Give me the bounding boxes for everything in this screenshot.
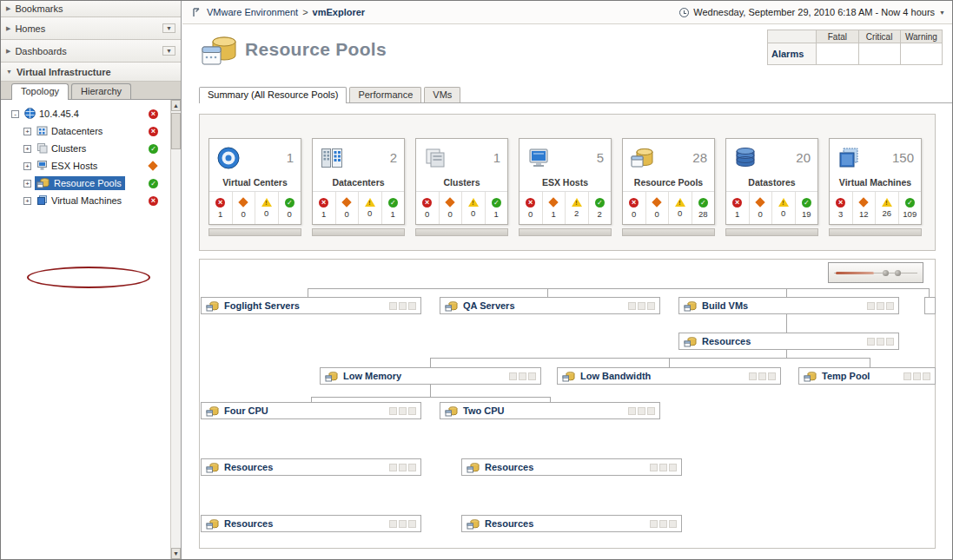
tile-datastores[interactable]: 20 Datastores 1 0 0 19 (725, 138, 818, 225)
sidebar-section-dashboards[interactable]: ▶ Dashboards ▼ (1, 40, 181, 63)
fatal-count-cell[interactable]: 1 (313, 192, 335, 224)
tile-virtual-centers[interactable]: 1 Virtual Centers 1 0 0 0 (208, 138, 301, 225)
tree-item-esx-hosts[interactable]: + ESX Hosts (1, 157, 181, 175)
fatal-count-cell[interactable]: 1 (726, 192, 749, 224)
critical-count-cell[interactable]: 0 (232, 192, 255, 224)
tree-item-clusters[interactable]: + Clusters (1, 140, 181, 157)
critical-count-cell[interactable]: 0 (335, 192, 359, 224)
fatal-count-cell[interactable]: 3 (830, 192, 852, 224)
critical-count-cell[interactable]: 1 (542, 192, 566, 224)
status-placeholder (389, 520, 397, 528)
warning-count-cell[interactable]: 0 (771, 192, 795, 224)
tree-expander-icon[interactable]: + (23, 197, 31, 205)
normal-count-cell[interactable]: 19 (795, 192, 818, 224)
status-placeholder (886, 338, 894, 346)
pool-node-qa-servers[interactable]: QA Servers (440, 297, 660, 314)
tab-summary[interactable]: Summary (All Resource Pools) (199, 87, 347, 103)
chevron-down-icon[interactable]: ▼ (162, 23, 175, 33)
sidebar-scrollbar[interactable]: ▲ ▼ (170, 100, 181, 559)
sidebar-section-bookmarks[interactable]: ▶ Bookmarks (1, 1, 181, 17)
tree-item-resource-pools[interactable]: + Resource Pools (1, 175, 181, 192)
pool-node-temp-pool[interactable]: Temp Pool (798, 367, 936, 385)
fatal-count-cell[interactable]: 1 (209, 192, 232, 224)
tile-resource-pools[interactable]: 28 Resource Pools 0 0 0 28 (622, 138, 715, 225)
x-circle-icon (629, 198, 639, 208)
tree-expander-icon[interactable]: + (23, 145, 31, 153)
status-critical-icon (148, 161, 157, 170)
warning-count-cell[interactable]: 26 (875, 192, 898, 224)
tree-item-virtual-center[interactable]: - 10.4.45.4 (1, 105, 181, 122)
warning-count-cell[interactable]: 0 (461, 192, 485, 224)
tile-label: Resource Pools (623, 177, 714, 191)
scroll-up-arrow[interactable]: ▲ (171, 100, 181, 111)
warning-count-cell[interactable]: 2 (565, 192, 588, 224)
pool-node-build-vms[interactable]: Build VMs (678, 297, 899, 314)
normal-count-cell[interactable]: 28 (692, 192, 715, 224)
tab-hierarchy[interactable]: Hierarchy (71, 83, 131, 99)
tab-performance[interactable]: Performance (349, 87, 421, 102)
pool-node-resources[interactable]: Resources (461, 458, 682, 476)
tree-expander-icon[interactable]: - (11, 110, 19, 118)
warning-count-cell[interactable]: 0 (668, 192, 692, 224)
tile-virtual-machines[interactable]: 150 Virtual Machines 3 12 26 109 (829, 138, 922, 225)
x-circle-icon (422, 198, 432, 208)
main-area: VMware Environment > vmExplorer Wednesda… (182, 1, 953, 559)
pool-node-resources[interactable]: Resources (201, 458, 421, 476)
slider-needle[interactable] (836, 272, 874, 274)
slider-knob[interactable] (883, 270, 889, 276)
pool-node-resources[interactable]: Resources (201, 515, 421, 532)
tile-scroll-strip (519, 228, 612, 236)
pool-node-two-cpu[interactable]: Two CPU (440, 402, 660, 419)
critical-count-cell[interactable]: 0 (749, 192, 772, 224)
warning-count-cell[interactable]: 0 (358, 192, 381, 224)
warning-count-cell[interactable]: 0 (255, 192, 278, 224)
tree-expander-icon[interactable]: + (23, 128, 31, 135)
tab-topology[interactable]: Topology (11, 83, 69, 100)
chevron-right-icon: ▶ (6, 25, 10, 32)
sidebar-section-homes[interactable]: ▶ Homes ▼ (1, 17, 181, 40)
normal-count-cell[interactable]: 0 (278, 192, 301, 224)
normal-count-cell[interactable]: 2 (588, 192, 612, 224)
critical-count-cell[interactable]: 0 (439, 192, 462, 224)
pool-node-four-cpu[interactable]: Four CPU (201, 402, 421, 419)
pool-node-resources[interactable]: Resources (461, 515, 682, 532)
chevron-down-icon[interactable]: ▼ (162, 46, 175, 56)
tab-vms[interactable]: VMs (424, 87, 460, 102)
status-placeholder (628, 407, 636, 415)
slider-knob[interactable] (895, 270, 901, 276)
critical-count-cell[interactable]: 12 (852, 192, 876, 224)
tree-item-virtual-machines[interactable]: + Virtual Machines (1, 192, 181, 209)
normal-count-cell[interactable]: 109 (898, 192, 922, 224)
sidebar-section-label: Virtual Infrastructure (17, 67, 111, 77)
pool-node-clipped[interactable] (924, 297, 936, 314)
status-placeholder (519, 372, 526, 380)
tile-scroll-strip (725, 228, 818, 236)
tree-expander-icon[interactable]: + (23, 180, 31, 188)
x-circle-icon (526, 198, 535, 208)
chevron-right-icon: ▶ (6, 5, 10, 12)
status-placeholder (749, 372, 757, 380)
pool-node-low-memory[interactable]: Low Memory (320, 367, 541, 385)
pool-node-resources[interactable]: Resources (678, 333, 899, 350)
scrollbar-thumb[interactable] (171, 113, 181, 149)
tile-clusters[interactable]: 1 Clusters 0 0 0 1 (415, 138, 508, 225)
fatal-count-cell[interactable]: 0 (416, 192, 439, 224)
tree-expander-icon[interactable]: + (23, 162, 31, 170)
resource-pool-icon (804, 371, 817, 382)
scroll-down-arrow[interactable]: ▼ (171, 548, 181, 559)
pool-node-foglight-servers[interactable]: Foglight Servers (201, 297, 421, 314)
critical-count-cell[interactable]: 0 (645, 192, 669, 224)
normal-count-cell[interactable]: 1 (381, 192, 405, 224)
fatal-count-cell[interactable]: 0 (520, 192, 542, 224)
pool-node-low-bandwidth[interactable]: Low Bandwidth (557, 367, 781, 385)
breadcrumb-root[interactable]: VMware Environment (207, 7, 298, 17)
tree-item-datacenters[interactable]: + Datacenters (1, 122, 181, 140)
tile-esx-hosts[interactable]: 5 ESX Hosts 0 1 2 2 (519, 138, 612, 225)
sidebar-section-virtual-infrastructure[interactable]: ▼ Virtual Infrastructure (1, 63, 181, 82)
resource-pool-icon (467, 518, 480, 530)
time-range-selector[interactable]: Wednesday, September 29, 2010 6:18 AM - … (679, 7, 945, 17)
tile-datacenters[interactable]: 2 Datacenters 1 0 0 1 (312, 138, 405, 225)
normal-count-cell[interactable]: 1 (485, 192, 508, 224)
zoom-slider[interactable] (828, 262, 923, 283)
fatal-count-cell[interactable]: 0 (623, 192, 645, 224)
